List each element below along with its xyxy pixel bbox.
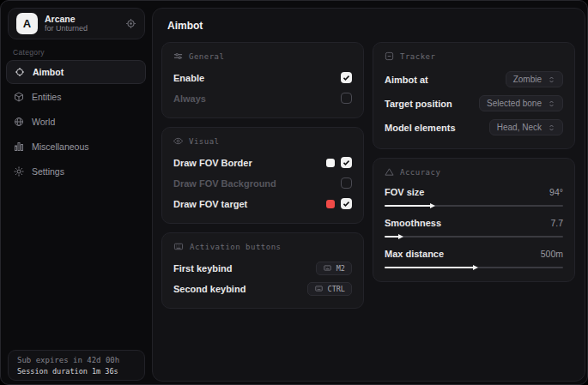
slider-thumb[interactable] xyxy=(473,265,478,270)
slider-thumb[interactable] xyxy=(398,234,403,239)
settings-gear-icon xyxy=(14,166,24,177)
right-column: Tracker Aimbot at Zombie Target position xyxy=(373,42,575,309)
sidebar-item-world[interactable]: World xyxy=(6,110,146,134)
slider-fill xyxy=(385,205,431,207)
max-distance-slider[interactable] xyxy=(385,264,563,271)
setting-label: Max distance xyxy=(385,249,444,259)
app-window: A Arcane for Unturned Category xyxy=(0,0,588,385)
first-keybind-button[interactable]: M2 xyxy=(316,262,352,275)
fov-background-checkbox[interactable] xyxy=(341,177,352,189)
slider-fill xyxy=(385,267,474,268)
setting-label: Target position xyxy=(385,99,452,109)
setting-label: Always xyxy=(173,93,206,104)
setting-row: Aimbot at Zombie xyxy=(385,69,563,90)
slider-thumb[interactable] xyxy=(430,203,435,208)
eye-icon xyxy=(173,136,183,146)
brand-name: Arcane xyxy=(45,14,125,24)
select-value: Selected bone xyxy=(487,99,542,108)
setting-controls xyxy=(326,198,352,209)
visual-section-header: Visual xyxy=(173,136,352,146)
enable-checkbox[interactable] xyxy=(341,72,352,83)
setting-row: Max distance 500m xyxy=(385,246,563,262)
general-section-header: General xyxy=(173,51,352,61)
sub-expiry-text: Sub expires in 42d 00h xyxy=(17,355,136,366)
tracker-section-header: Tracker xyxy=(385,51,563,61)
sidebar-item-settings[interactable]: Settings xyxy=(6,159,146,183)
target-position-select[interactable]: Selected bone xyxy=(479,95,563,111)
section-label: Tracker xyxy=(400,52,435,61)
frame-minus-icon xyxy=(385,51,394,61)
max-distance-setting: Max distance 500m xyxy=(385,246,563,271)
sidebar-item-label: Settings xyxy=(32,166,64,177)
section-label: Visual xyxy=(189,137,220,146)
tracker-card: Tracker Aimbot at Zombie Target position xyxy=(373,42,575,149)
setting-value: 500m xyxy=(541,249,563,259)
setting-label: Enable xyxy=(173,73,204,83)
fov-target-color-swatch[interactable] xyxy=(326,200,335,208)
slider-fill xyxy=(385,236,399,238)
setting-label: Model elements xyxy=(385,123,456,133)
keybind-value: M2 xyxy=(336,264,345,273)
chevrons-up-down-icon xyxy=(548,123,555,132)
setting-row: Model elements Head, Neck xyxy=(385,117,563,138)
always-checkbox[interactable] xyxy=(341,93,352,104)
fov-border-checkbox[interactable] xyxy=(341,157,352,168)
setting-label: Draw FOV Border xyxy=(173,158,252,168)
sidebar: A Arcane for Unturned Category xyxy=(1,1,151,384)
setting-row: First keybind M2 xyxy=(173,259,352,277)
setting-row: Always xyxy=(173,89,352,107)
session-duration-text: Session duration 1m 36s xyxy=(17,366,136,376)
category-label: Category xyxy=(13,48,45,57)
brand-card: A Arcane for Unturned xyxy=(8,8,145,39)
brand-subtitle: for Unturned xyxy=(45,24,125,33)
left-column: General Enable Always xyxy=(161,42,364,309)
select-value: Zombie xyxy=(513,75,542,84)
gear-icon[interactable] xyxy=(125,18,136,29)
setting-label: Second keybind xyxy=(173,284,246,294)
page-title: Aimbot xyxy=(167,20,585,32)
setting-row: Draw FOV Background xyxy=(173,174,352,192)
sidebar-item-label: World xyxy=(32,117,55,127)
setting-label: FOV size xyxy=(385,187,424,197)
smoothness-setting: Smoothness 7.7 xyxy=(385,215,563,240)
sidebar-item-aimbot[interactable]: Aimbot xyxy=(6,60,146,84)
setting-row: Target position Selected bone xyxy=(385,93,563,114)
cube-icon xyxy=(14,92,24,102)
fov-target-checkbox[interactable] xyxy=(341,198,352,209)
slider-track xyxy=(385,236,563,238)
fov-size-slider[interactable] xyxy=(385,202,563,209)
fov-border-color-swatch[interactable] xyxy=(326,159,335,167)
section-label: Activation buttons xyxy=(190,243,282,251)
second-keybind-button[interactable]: CTRL xyxy=(307,282,352,296)
sidebar-item-entities[interactable]: Entities xyxy=(6,85,146,109)
section-label: General xyxy=(189,52,224,61)
subscription-info-card: Sub expires in 42d 00h Session duration … xyxy=(8,350,145,381)
setting-label: First keybind xyxy=(173,263,232,274)
crosshair-icon xyxy=(15,67,25,77)
setting-row: Draw FOV Border xyxy=(173,153,352,171)
brand-text: Arcane for Unturned xyxy=(45,14,125,33)
activation-section-header: Activation buttons xyxy=(173,242,352,251)
keybind-value: CTRL xyxy=(328,285,345,293)
setting-label: Draw FOV Background xyxy=(173,178,276,189)
content-columns: General Enable Always xyxy=(161,42,576,309)
setting-row: Smoothness 7.7 xyxy=(385,215,563,231)
accuracy-card: Accuracy FOV size 94° xyxy=(373,158,575,282)
setting-controls xyxy=(326,157,352,168)
select-value: Head, Neck xyxy=(497,123,542,132)
setting-row: Enable xyxy=(173,69,352,87)
aimbot-at-select[interactable]: Zombie xyxy=(506,71,563,87)
setting-row: Second keybind CTRL xyxy=(173,280,352,298)
setting-label: Smoothness xyxy=(385,218,441,228)
columns-icon xyxy=(14,141,24,152)
fov-size-setting: FOV size 94° xyxy=(385,184,563,209)
sidebar-nav: Aimbot Entities World xyxy=(6,60,146,184)
chevrons-up-down-icon xyxy=(548,75,555,84)
model-elements-select[interactable]: Head, Neck xyxy=(489,119,563,135)
keyboard-icon xyxy=(314,285,324,292)
sidebar-item-miscellaneous[interactable]: Miscellaneous xyxy=(6,135,146,159)
globe-icon xyxy=(14,117,24,127)
sidebar-item-label: Entities xyxy=(32,92,61,102)
setting-label: Draw FOV target xyxy=(173,199,247,209)
smoothness-slider[interactable] xyxy=(385,233,563,240)
